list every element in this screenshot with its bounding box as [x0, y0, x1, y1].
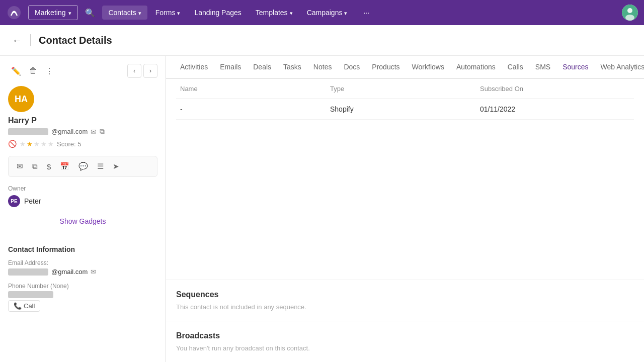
tab-web-analytics[interactable]: Web Analytics: [595, 56, 644, 79]
pencil-icon: ✏️: [11, 66, 21, 76]
tabs-bar: Activities Emails Deals Tasks Notes Docs…: [166, 56, 644, 79]
broadcasts-title: Broadcasts: [176, 331, 634, 340]
tab-automations[interactable]: Automations: [450, 56, 502, 79]
right-panel: Activities Emails Deals Tasks Notes Docs…: [166, 56, 644, 362]
nav-item-templates[interactable]: Templates: [250, 6, 299, 20]
nav-item-forms[interactable]: Forms: [149, 6, 187, 20]
back-button[interactable]: ←: [12, 35, 22, 46]
avatar[interactable]: [622, 5, 638, 21]
chevron-down-icon: [290, 9, 293, 17]
panel-actions: ✏️ 🗑 ⋮ ‹ ›: [8, 64, 157, 78]
prev-contact-button[interactable]: ‹: [127, 64, 141, 78]
tab-tasks[interactable]: Tasks: [277, 56, 307, 79]
email-icon[interactable]: ✉: [91, 128, 97, 136]
sequences-section: Sequences This contact is not included i…: [166, 280, 644, 321]
owner-name: Peter: [24, 197, 41, 205]
call-button[interactable]: 📞 Call: [8, 300, 40, 312]
email-field-value: @gmail.com ✉: [8, 268, 157, 276]
edit-button[interactable]: ✏️: [8, 64, 24, 78]
nav-item-landing-pages[interactable]: Landing Pages: [188, 6, 247, 20]
star-4[interactable]: ★: [41, 140, 47, 148]
phone-field-value: [8, 291, 157, 298]
owner-avatar: PE: [8, 195, 20, 207]
contact-info-block: Harry P @gmail.com ✉ ⧉ 🚫 ★ ★ ★ ★ ★: [8, 116, 105, 148]
contact-card: HA Harry P @gmail.com ✉ ⧉ 🚫 ★ ★ ★: [8, 86, 157, 148]
sources-table: Name Type Subscribed On - Shopify 01/11/…: [166, 79, 644, 280]
copy-icon[interactable]: ⧉: [100, 127, 105, 136]
tab-docs[interactable]: Docs: [338, 56, 366, 79]
star-rating: ★ ★ ★ ★ ★: [20, 140, 54, 148]
contact-info-title: Contact Information: [8, 245, 157, 253]
marketing-dropdown-button[interactable]: Marketing: [28, 5, 78, 20]
contact-email-row: @gmail.com ✉ ⧉: [8, 127, 105, 136]
contact-information-section: Contact Information Email Address: @gmai…: [8, 245, 157, 312]
header-divider: [30, 34, 31, 46]
chevron-down-icon: [68, 9, 71, 17]
tab-notes[interactable]: Notes: [307, 56, 338, 79]
score-label: Score: 5: [57, 140, 81, 148]
broadcasts-section: Broadcasts You haven't run any broadcast…: [166, 321, 644, 362]
row-type: Shopify: [330, 105, 480, 113]
chevron-down-icon: [177, 9, 180, 17]
tab-sources[interactable]: Sources: [556, 56, 594, 79]
tab-workflows[interactable]: Workflows: [406, 56, 450, 79]
delete-button[interactable]: 🗑: [26, 64, 40, 78]
payment-button[interactable]: $: [43, 160, 55, 173]
broadcasts-description: You haven't run any broadcast on this co…: [176, 344, 634, 352]
email-action-icon: ✉: [17, 162, 23, 171]
email-field-label: Email Address:: [8, 259, 157, 266]
tab-products[interactable]: Products: [366, 56, 406, 79]
tab-activities[interactable]: Activities: [174, 56, 214, 79]
search-button[interactable]: 🔍: [80, 5, 100, 21]
main-layout: ✏️ 🗑 ⋮ ‹ › HA Harry P: [0, 56, 644, 362]
nav-item-contacts[interactable]: Contacts: [102, 6, 147, 20]
block-icon: 🚫: [8, 140, 17, 148]
calendar-icon: 📅: [60, 162, 69, 171]
tab-emails[interactable]: Emails: [214, 56, 247, 79]
left-panel: ✏️ 🗑 ⋮ ‹ › HA Harry P: [0, 56, 166, 362]
email-field-group: Email Address: @gmail.com ✉: [8, 259, 157, 276]
tab-calls[interactable]: Calls: [502, 56, 529, 79]
contact-email-blurred: [8, 128, 48, 135]
table-row: - Shopify 01/11/2022: [176, 99, 634, 120]
phone-field-label: Phone Number (None): [8, 283, 157, 290]
page-header: ← Contact Details: [0, 25, 644, 56]
nav-more-button[interactable]: ···: [357, 6, 375, 20]
send-button[interactable]: ➤: [109, 159, 123, 173]
top-navigation: Marketing 🔍 Contacts Forms Landing Pages…: [0, 0, 644, 25]
page-title: Contact Details: [39, 35, 112, 46]
owner-label: Owner: [8, 185, 157, 192]
star-1[interactable]: ★: [20, 140, 26, 148]
col-header-name: Name: [180, 85, 330, 93]
trash-icon: 🗑: [29, 66, 37, 75]
chevron-down-icon: [344, 9, 347, 17]
star-5[interactable]: ★: [48, 140, 54, 148]
contact-avatar: HA: [8, 86, 34, 112]
col-header-type: Type: [330, 85, 480, 93]
send-icon: ➤: [113, 162, 119, 171]
send-email-button[interactable]: ✉: [13, 159, 27, 173]
tab-deals[interactable]: Deals: [247, 56, 277, 79]
app-logo: [6, 5, 22, 21]
table-header: Name Type Subscribed On: [176, 79, 634, 99]
tab-sms[interactable]: SMS: [529, 56, 556, 79]
next-contact-button[interactable]: ›: [143, 64, 157, 78]
nav-item-campaigns[interactable]: Campaigns: [301, 6, 354, 20]
search-icon: 🔍: [85, 8, 95, 18]
row-subscribed-on: 01/11/2022: [480, 105, 630, 113]
star-3[interactable]: ★: [34, 140, 40, 148]
copy-action-button[interactable]: ⧉: [28, 159, 42, 173]
svg-point-2: [627, 8, 632, 13]
star-2[interactable]: ★: [27, 140, 33, 148]
chat-button[interactable]: 💬: [74, 159, 92, 173]
owner-row: PE Peter: [8, 195, 157, 207]
more-options-button[interactable]: ⋮: [42, 64, 56, 78]
email-verify-icon: ✉: [91, 268, 96, 276]
phone-field-group: Phone Number (None) 📞 Call: [8, 283, 157, 312]
sequences-title: Sequences: [176, 290, 634, 299]
dollar-icon: $: [47, 162, 51, 171]
back-arrow-icon: ←: [12, 35, 22, 46]
task-button[interactable]: ☰: [93, 159, 108, 173]
show-gadgets-button[interactable]: Show Gadgets: [60, 215, 106, 227]
calendar-button[interactable]: 📅: [56, 159, 73, 173]
